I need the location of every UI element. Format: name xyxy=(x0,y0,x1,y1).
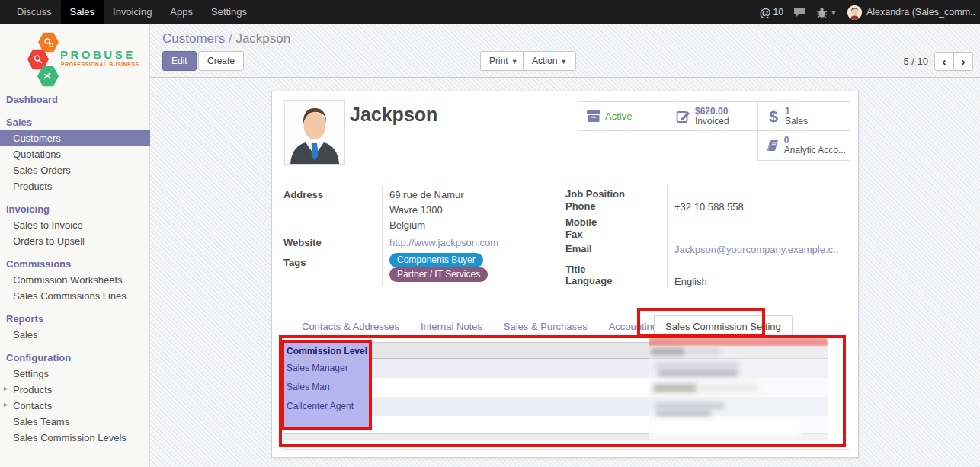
caret-down-icon: ▼ xyxy=(511,58,518,66)
customer-form-sheet: Jackpson Active $620.00 Invoiced xyxy=(271,91,859,458)
active-status-button[interactable]: Active xyxy=(578,101,668,131)
main-content: Customers / Jackpson Edit Create Print▼ … xyxy=(150,24,980,467)
control-panel-divider xyxy=(150,77,980,78)
caret-down-icon: ▼ xyxy=(830,8,837,17)
debug-bug-menu[interactable]: ▼ xyxy=(816,7,837,18)
sidebar-item-customers[interactable]: Customers xyxy=(0,130,150,146)
sales-count: 1 xyxy=(785,107,808,117)
tab-contacts-addresses[interactable]: Contacts & Addresses xyxy=(291,315,410,337)
address-field-label: Address xyxy=(283,189,323,200)
analytic-label: Analytic Acco... xyxy=(784,146,846,155)
action-dropdown-button[interactable]: Action▼ xyxy=(523,51,576,71)
sidebar-item-quotations[interactable]: Quotations xyxy=(0,146,150,162)
create-button[interactable]: Create xyxy=(198,51,244,71)
commission-level-cell[interactable]: Sales Manager xyxy=(283,359,369,378)
email-link[interactable]: Jackpson@yourcompany.example.c.. xyxy=(674,244,838,255)
record-pager: 5 / 10 ‹ › xyxy=(903,52,973,71)
logo-wordmark: PROBUSE xyxy=(60,48,136,61)
breadcrumb-separator: / xyxy=(229,31,232,46)
pager-previous-button[interactable]: ‹ xyxy=(934,52,954,71)
field-group-divider xyxy=(667,186,668,286)
user-menu[interactable]: Alexandra (Sales_comm.. xyxy=(847,5,975,20)
breadcrumb-customers-link[interactable]: Customers xyxy=(162,31,225,46)
topbar-right-cluster: @ 10 ▼ xyxy=(759,0,975,24)
website-link[interactable]: http://www.jackpson.com xyxy=(389,237,498,248)
tags-field-label: Tags xyxy=(283,257,306,268)
sidebar-item-orders-to-upsell[interactable]: Orders to Upsell xyxy=(0,233,150,249)
tab-sales-purchases[interactable]: Sales & Purchases xyxy=(493,315,598,337)
sidebar-item-label: Products xyxy=(13,384,52,395)
edit-button[interactable]: Edit xyxy=(162,51,197,71)
tag-components-buyer[interactable]: Components Buyer xyxy=(389,253,483,267)
language-field-label: Language xyxy=(565,275,612,286)
invoiced-label: Invoiced xyxy=(695,117,729,126)
title-field-label: Title xyxy=(565,264,586,275)
sidebar-item-reports-sales[interactable]: Sales xyxy=(0,327,150,343)
app-menu-sales[interactable]: Sales xyxy=(61,0,104,24)
commission-level-cell[interactable]: Callcenter Agent xyxy=(283,397,369,416)
topbar: Discuss Sales Invoicing Apps Settings @ … xyxy=(0,0,980,24)
print-dropdown-button[interactable]: Print▼ xyxy=(480,51,527,71)
app-menu-invoicing[interactable]: Invoicing xyxy=(104,0,161,24)
mentions-counter[interactable]: @ 10 xyxy=(759,6,783,19)
user-name: Alexandra (Sales_comm.. xyxy=(866,7,975,18)
address-line-3: Belgium xyxy=(389,219,425,231)
sales-stat-button[interactable]: $ 1 Sales xyxy=(757,101,850,131)
tag-partner-it-services[interactable]: Partner / IT Services xyxy=(389,267,488,282)
language-value: English xyxy=(674,276,707,287)
sidebar-item-settings[interactable]: Settings xyxy=(0,366,150,382)
invoiced-amount: $620.00 xyxy=(695,107,729,117)
sidebar-item-commission-worksheets[interactable]: Commission Worksheets xyxy=(0,272,150,288)
email-field-label: Email xyxy=(565,243,592,254)
sidebar-item-sales-commission-levels[interactable]: Sales Commission Levels xyxy=(0,430,150,446)
invoiced-stat-button[interactable]: $620.00 Invoiced xyxy=(668,101,758,131)
analytic-accounts-stat-button[interactable]: 0 Analytic Acco... xyxy=(757,130,850,161)
address-line-2: Wavre 1300 xyxy=(389,204,443,216)
sidebar-item-sales-to-invoice[interactable]: Sales to Invoice xyxy=(0,217,150,233)
pager-next-button[interactable]: › xyxy=(953,52,973,71)
sidebar-item-config-contacts[interactable]: ▸Contacts xyxy=(0,398,150,414)
active-status-label: Active xyxy=(605,111,632,121)
sheet-bottom-divider xyxy=(283,449,849,450)
app-menu-apps[interactable]: Apps xyxy=(161,0,202,24)
messages-icon[interactable] xyxy=(793,7,806,18)
customer-photo[interactable] xyxy=(284,100,345,165)
expand-caret-icon: ▸ xyxy=(4,400,8,408)
commission-level-cell[interactable]: Sales Man xyxy=(283,378,369,397)
sidebar-item-label: Contacts xyxy=(13,400,52,411)
app-menu-discuss[interactable]: Discuss xyxy=(8,0,61,24)
sidebar-heading-configuration[interactable]: Configuration xyxy=(0,348,150,366)
job-position-field-label: Job Position xyxy=(565,188,625,200)
app-menu-settings[interactable]: Settings xyxy=(202,0,256,24)
sidebar-item-sales-teams[interactable]: Sales Teams xyxy=(0,414,150,430)
fax-field-label: Fax xyxy=(565,229,582,240)
sidebar-heading-reports[interactable]: Reports xyxy=(0,309,150,327)
breadcrumb: Customers / Jackpson xyxy=(162,31,290,46)
sidebar-heading-sales[interactable]: Sales xyxy=(0,113,150,130)
field-group-divider xyxy=(382,186,383,286)
sales-label: Sales xyxy=(785,117,808,126)
sidebar-item-products[interactable]: Products xyxy=(0,178,150,194)
sidebar-heading-commissions[interactable]: Commissions xyxy=(0,254,150,272)
redacted-column-region xyxy=(649,338,828,440)
sidebar-heading-invoicing[interactable]: Invoicing xyxy=(0,200,150,217)
address-line-1: 69 rue de Namur xyxy=(389,189,464,200)
commission-level-column-header[interactable]: Commission Level xyxy=(283,343,369,358)
logo-tagline: PROFESSIONAL BUSINESS xyxy=(61,62,139,67)
tab-sales-commission-setting[interactable]: Sales Commission Setting xyxy=(654,315,793,337)
probuse-logo: PROBUSE PROFESSIONAL BUSINESS xyxy=(0,30,150,91)
tab-internal-notes[interactable]: Internal Notes xyxy=(410,315,493,337)
odoo-app-window: Discuss Sales Invoicing Apps Settings @ … xyxy=(0,0,980,467)
sidebar-item-sales-commissions-lines[interactable]: Sales Commissions Lines xyxy=(0,288,150,304)
mobile-field-label: Mobile xyxy=(565,216,597,228)
sidebar-heading-dashboard[interactable]: Dashboard xyxy=(0,90,150,107)
sidebar-item-sales-orders[interactable]: Sales Orders xyxy=(0,162,150,178)
caret-down-icon: ▼ xyxy=(560,58,567,66)
stat-button-group: Active $620.00 Invoiced $ 1 Sales xyxy=(578,101,850,161)
app-switcher-menu: Discuss Sales Invoicing Apps Settings xyxy=(8,0,256,24)
sidebar-menu: Dashboard Sales Customers Quotations Sal… xyxy=(0,90,150,446)
dollar-icon: $ xyxy=(762,107,785,126)
pager-count: 5 / 10 xyxy=(903,56,928,67)
sidebar-item-config-products[interactable]: ▸Products xyxy=(0,382,150,398)
breadcrumb-current: Jackpson xyxy=(235,31,290,46)
